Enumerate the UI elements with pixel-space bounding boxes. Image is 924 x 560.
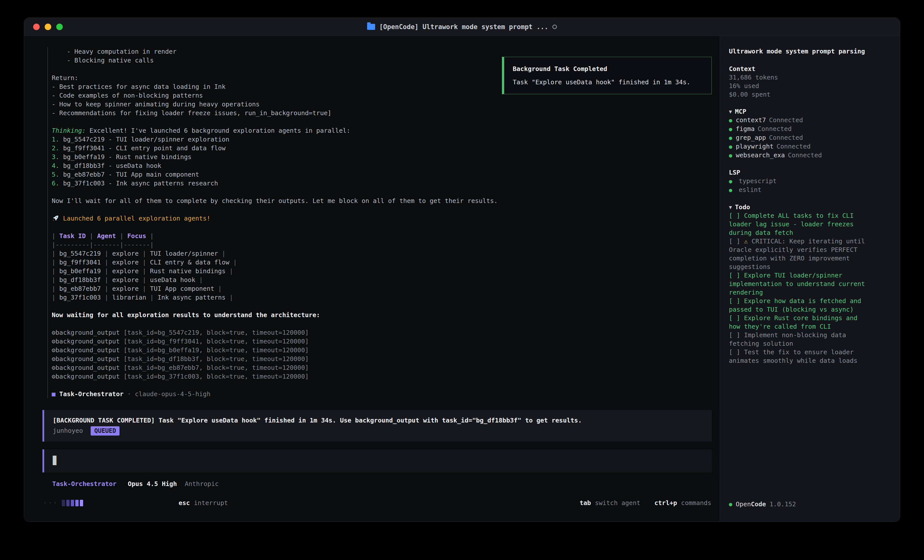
todo-checkbox: [ ] (729, 212, 744, 219)
agent-icon: ■ (52, 391, 56, 398)
app-version: 1.0.152 (770, 500, 796, 509)
window-title-text: [OpenCode] Ultrawork mode system prompt … (379, 23, 548, 31)
session-title: Ultrawork mode system prompt parsing (729, 47, 891, 56)
context-heading: Context (729, 65, 891, 73)
terminal-line: - Blocking native calls (52, 56, 498, 65)
brand-code: Code (751, 500, 766, 508)
todo-text: Explore Rust core bindings and how they'… (729, 314, 858, 330)
todo-item: [ ] Test the fix to ensure loader animat… (729, 348, 871, 365)
todo-section: ▼ Todo [ ] Complete ALL tasks to fix CLI… (729, 203, 891, 365)
mcp-name: websearch_exa (736, 151, 785, 159)
todo-list: [ ] Complete ALL tasks to fix CLI loader… (729, 211, 891, 365)
mcp-list: ●context7Connected●figmaConnected●grep_a… (729, 116, 891, 160)
context-stat: 31,686 tokens (729, 73, 891, 82)
brand-open: Open (736, 500, 751, 508)
background-task-message: [BACKGROUND TASK COMPLETED] Task "Explor… (42, 410, 712, 442)
terminal-line (52, 205, 498, 214)
todo-checkbox: [ ] (729, 272, 744, 279)
window-body: Background Task Completed Task "Explore … (24, 36, 900, 522)
hint-key: tab (579, 499, 591, 506)
close-button[interactable] (33, 24, 40, 30)
notification-toast: Background Task Completed Task "Explore … (502, 57, 712, 94)
model-name[interactable]: Opus 4.5 High (128, 480, 177, 488)
zoom-button[interactable] (56, 24, 63, 30)
terminal-lines: - Heavy computation in render - Blocking… (47, 47, 498, 398)
context-stat: $0.00 spent (729, 90, 891, 99)
status-dot-icon: ● (729, 152, 732, 159)
progress-block (66, 500, 69, 506)
gear-icon: ⚙ (52, 364, 56, 371)
mcp-status: Connected (769, 134, 803, 141)
todo-item: [ ] Explore Rust core bindings and how t… (729, 314, 871, 331)
statusbar-right: tabswitch agentctrl+pcommands (579, 499, 711, 507)
provider-name: Anthropic (185, 480, 219, 488)
todo-text: Complete ALL tasks to fix CLI loader lag… (729, 212, 854, 237)
hint-label: commands (681, 499, 711, 506)
context-stat: 16% used (729, 82, 891, 90)
keyboard-hint: ctrl+pcommands (654, 499, 711, 507)
lsp-name: eslint (739, 186, 761, 193)
lsp-name: typescript (739, 177, 777, 185)
minimize-button[interactable] (45, 24, 51, 30)
terminal-line: - How to keep spinner animating during h… (52, 100, 498, 109)
queued-badge: QUEUED (91, 426, 120, 436)
terminal-line: 1. bg_5547c219 - TUI loader/spinner expl… (52, 135, 498, 144)
gear-icon: ⚙ (52, 355, 56, 362)
gear-icon: ⚙ (52, 338, 56, 345)
terminal-line: ⚙background_output [task_id=bg_37f1c003,… (52, 372, 498, 381)
mcp-status: Connected (769, 117, 803, 124)
progress-block (80, 500, 83, 506)
terminal-line: 2. bg_f9ff3041 - CLI entry point and dat… (52, 144, 498, 153)
terminal-line: - Code examples of non-blocking patterns (52, 91, 498, 100)
todo-item: [ ] Complete ALL tasks to fix CLI loader… (729, 211, 871, 237)
queued-message-author: junhoyeo (53, 427, 83, 434)
terminal-line: ⚙background_output [task_id=bg_df18bb3f,… (52, 355, 498, 363)
terminal-line: | bg_37f1c003 | librarian | Ink async pa… (52, 293, 498, 302)
status-dot-icon: ● (729, 178, 732, 184)
notification-body: Task "Explore useData hook" finished in … (513, 79, 703, 86)
task-message-meta: junhoyeo QUEUED (53, 426, 703, 436)
todo-checkbox: [ ] (729, 331, 744, 339)
terminal-line: | bg_f9ff3041 | explore | CLI entry & da… (52, 258, 498, 267)
lsp-item: ●eslint (729, 186, 891, 195)
todo-text: Test the fix to ensure loader animates s… (729, 349, 858, 364)
todo-item: [ ] Explore TUI loader/spinner implement… (729, 271, 871, 297)
terminal-line (52, 188, 498, 196)
terminal-line: Now I'll wait for all of them to complet… (52, 196, 498, 205)
mcp-name: grep_app (736, 134, 766, 141)
mcp-status: Connected (758, 125, 792, 132)
sidebar: Ultrawork mode system prompt parsing Con… (720, 36, 900, 522)
terminal-line: 5. bg_eb87ebb7 - TUI App main component (52, 170, 498, 179)
terminal-line: ■ Task-Orchestrator · claude-opus-4-5-hi… (52, 390, 498, 398)
terminal-line (52, 223, 498, 232)
esc-action-label: interrupt (194, 499, 228, 506)
folder-icon (367, 24, 375, 30)
todo-item: [ ] Explore how data is fetched and pass… (729, 297, 871, 314)
todo-checkbox: [ ] (729, 238, 744, 245)
terminal-line: - Recommendations for fixing loader free… (52, 109, 498, 117)
app-window: [OpenCode] Ultrawork mode system prompt … (24, 18, 900, 522)
terminal-line (52, 302, 498, 311)
progress-block (71, 500, 74, 506)
terminal-line (52, 117, 498, 126)
todo-heading[interactable]: ▼ Todo (729, 203, 891, 211)
context-stats: 31,686 tokens16% used$0.00 spent (729, 73, 891, 99)
gear-icon: ⚙ (52, 346, 56, 354)
composer-input[interactable]: ▊ (42, 449, 712, 472)
agent-name[interactable]: Task-Orchestrator (52, 480, 117, 488)
esc-hint: escinterrupt (178, 499, 228, 507)
terminal-line: - Heavy computation in render (52, 47, 498, 56)
terminal-line: |---------|-------|-------| (52, 240, 498, 249)
terminal-line: ⚙background_output [task_id=bg_f9ff3041,… (52, 337, 498, 346)
mcp-name: playwright (736, 143, 774, 150)
mcp-item: ●context7Connected (729, 116, 891, 125)
mcp-status: Connected (788, 151, 822, 159)
terminal-line: | bg_eb87ebb7 | explore | TUI App compon… (52, 284, 498, 293)
mcp-item: ●playwrightConnected (729, 142, 891, 151)
mcp-status: Connected (777, 143, 810, 150)
status-dot-icon: ● (729, 144, 732, 150)
terminal-line: Now waiting for all exploration results … (52, 311, 498, 319)
status-dot-icon: ● (729, 117, 732, 123)
todo-checkbox: [ ] (729, 314, 744, 322)
mcp-heading[interactable]: ▼ MCP (729, 107, 891, 116)
